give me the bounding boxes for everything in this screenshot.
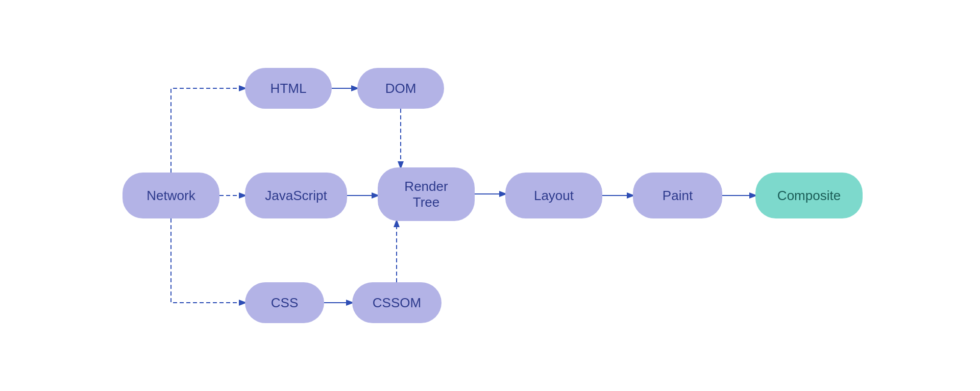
- layout-node: Layout: [505, 173, 602, 218]
- paint-node: Paint: [633, 173, 722, 218]
- composite-node: Composite: [755, 173, 863, 218]
- cssom-node: CSSOM: [352, 282, 442, 323]
- dom-label: DOM: [385, 81, 416, 96]
- dom-node: DOM: [357, 68, 444, 109]
- browser-rendering-diagram: Network HTML DOM JavaScript Render Tree …: [107, 37, 873, 354]
- paint-label: Paint: [663, 188, 693, 204]
- network-node: Network: [122, 173, 219, 218]
- javascript-node: JavaScript: [245, 173, 347, 218]
- css-node: CSS: [245, 282, 324, 323]
- html-node: HTML: [245, 68, 332, 109]
- composite-label: Composite: [777, 188, 841, 204]
- rendertree-node: Render Tree: [378, 167, 475, 221]
- javascript-label: JavaScript: [265, 188, 327, 204]
- network-label: Network: [146, 188, 195, 204]
- cssom-label: CSSOM: [373, 295, 421, 311]
- html-label: HTML: [271, 81, 307, 96]
- css-label: CSS: [271, 295, 298, 311]
- rendertree-label: Render Tree: [404, 179, 448, 210]
- layout-label: Layout: [534, 188, 574, 204]
